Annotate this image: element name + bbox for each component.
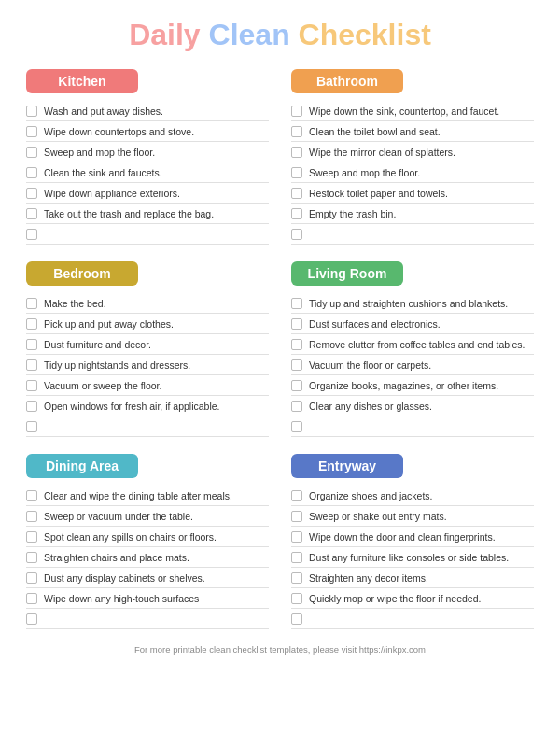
checklist-item[interactable]: Wipe down the door and clean fingerprint…	[291, 527, 534, 547]
checklist-item[interactable]: Clear any dishes or glasses.	[291, 396, 534, 416]
checklist-item[interactable]: Organize shoes and jackets.	[291, 486, 534, 506]
checklist-item[interactable]: Restock toilet paper and towels.	[291, 183, 534, 204]
checkbox-empty[interactable]	[26, 613, 37, 625]
checkbox[interactable]	[291, 339, 302, 350]
checklist-item[interactable]: Dust furniture and decor.	[26, 334, 269, 355]
checklist-item[interactable]: Wipe down countertops and stove.	[26, 121, 269, 142]
checkbox[interactable]	[291, 106, 302, 117]
checkbox[interactable]	[26, 401, 37, 412]
checklist-item[interactable]: Remove clutter from coffee tables and en…	[291, 334, 534, 355]
checklist-item[interactable]: Tidy up and straighten cushions and blan…	[291, 293, 534, 314]
checkbox[interactable]	[291, 511, 302, 522]
checklist-item[interactable]: Wipe down any high-touch surfaces	[26, 588, 269, 609]
checkbox[interactable]	[291, 572, 302, 584]
checkbox[interactable]	[26, 359, 37, 371]
checkbox[interactable]	[26, 167, 37, 178]
section-living-room: Living RoomTidy up and straighten cushio…	[291, 261, 534, 437]
empty-row	[26, 224, 269, 245]
checklist-item[interactable]: Open windows for fresh air, if applicabl…	[26, 396, 269, 416]
checkbox[interactable]	[26, 490, 37, 501]
checkbox[interactable]	[26, 318, 37, 330]
checkbox-empty[interactable]	[26, 421, 37, 432]
checklist-item[interactable]: Wipe down appliance exteriors.	[26, 183, 269, 204]
checklist-item[interactable]: Sweep and mop the floor.	[26, 142, 269, 162]
item-text: Wipe the mirror clean of splatters.	[309, 147, 455, 160]
checklist-item[interactable]: Dust any display cabinets or shelves.	[26, 568, 269, 588]
checkbox-empty[interactable]	[26, 229, 37, 240]
checkbox[interactable]	[291, 593, 302, 604]
checkbox[interactable]	[26, 147, 37, 158]
checkbox[interactable]	[26, 208, 37, 219]
checkbox[interactable]	[291, 490, 302, 501]
section-header-living-room: Living Room	[291, 261, 403, 286]
checkbox[interactable]	[291, 552, 302, 563]
checklist-item[interactable]: Wash and put away dishes.	[26, 101, 269, 121]
checklist-item[interactable]: Vacuum the floor or carpets.	[291, 355, 534, 375]
checklist-item[interactable]: Dust any furniture like consoles or side…	[291, 547, 534, 568]
checkbox-empty[interactable]	[291, 229, 302, 240]
item-text: Straighten any decor items.	[309, 572, 428, 585]
checklist-item[interactable]: Dust surfaces and electronics.	[291, 314, 534, 334]
checklist-item[interactable]: Clean the toilet bowl and seat.	[291, 121, 534, 142]
checkbox[interactable]	[291, 147, 302, 158]
checklist-item[interactable]: Make the bed.	[26, 293, 269, 314]
checkbox[interactable]	[26, 380, 37, 391]
checkbox[interactable]	[26, 552, 37, 563]
checkbox[interactable]	[26, 531, 37, 543]
item-text: Clear any dishes or glasses.	[309, 401, 432, 414]
checklist-item[interactable]: Quickly mop or wipe the floor if needed.	[291, 588, 534, 609]
item-text: Dust any display cabinets or shelves.	[44, 572, 205, 585]
checkbox[interactable]	[291, 208, 302, 219]
section-header-bathroom: Bathroom	[291, 69, 403, 93]
checkbox[interactable]	[291, 167, 302, 178]
checklist-item[interactable]: Vacuum or sweep the floor.	[26, 375, 269, 396]
item-text: Vacuum the floor or carpets.	[309, 359, 431, 373]
checklist-item[interactable]: Organize books, magazines, or other item…	[291, 375, 534, 396]
checklist-item[interactable]: Tidy up nightstands and dressers.	[26, 355, 269, 375]
checkbox[interactable]	[26, 298, 37, 309]
checkbox-empty[interactable]	[291, 421, 302, 432]
checklist-item[interactable]: Wipe the mirror clean of splatters.	[291, 142, 534, 162]
checkbox[interactable]	[26, 188, 37, 199]
item-text: Wipe down the door and clean fingerprint…	[309, 531, 496, 544]
checkbox[interactable]	[26, 593, 37, 604]
checkbox[interactable]	[291, 126, 302, 137]
section-kitchen: KitchenWash and put away dishes.Wipe dow…	[26, 69, 269, 245]
item-text: Sweep and mop the floor.	[309, 167, 420, 180]
item-text: Organize books, magazines, or other item…	[309, 380, 498, 393]
checkbox-empty[interactable]	[291, 613, 302, 625]
checklist-item[interactable]: Sweep or vacuum under the table.	[26, 506, 269, 527]
checkbox[interactable]	[26, 339, 37, 350]
checkbox[interactable]	[291, 531, 302, 543]
checklist-item[interactable]: Pick up and put away clothes.	[26, 314, 269, 334]
checkbox[interactable]	[291, 359, 302, 371]
title-daily: Daily	[129, 18, 200, 51]
item-text: Clean the sink and faucets.	[44, 167, 162, 180]
checklist-item[interactable]: Straighten chairs and place mats.	[26, 547, 269, 568]
checklist-item[interactable]: Spot clean any spills on chairs or floor…	[26, 527, 269, 547]
checklist-item[interactable]: Straighten any decor items.	[291, 568, 534, 588]
item-text: Dust any furniture like consoles or side…	[309, 552, 509, 565]
title-clean: Clean	[209, 18, 290, 51]
checklist-item[interactable]: Sweep or shake out entry mats.	[291, 506, 534, 527]
checkbox[interactable]	[291, 380, 302, 391]
checkbox[interactable]	[291, 298, 302, 309]
item-text: Wash and put away dishes.	[44, 106, 163, 119]
checklist-item[interactable]: Clear and wipe the dining table after me…	[26, 486, 269, 506]
checklist-item[interactable]: Empty the trash bin.	[291, 204, 534, 224]
checkbox[interactable]	[291, 318, 302, 330]
checklist-item[interactable]: Take out the trash and replace the bag.	[26, 204, 269, 224]
checkbox[interactable]	[291, 188, 302, 199]
checklist-item[interactable]: Wipe down the sink, countertop, and fauc…	[291, 101, 534, 121]
item-text: Dust surfaces and electronics.	[309, 318, 441, 331]
item-text: Organize shoes and jackets.	[309, 490, 433, 503]
checkbox[interactable]	[291, 401, 302, 412]
item-text: Empty the trash bin.	[309, 208, 396, 221]
checkbox[interactable]	[26, 126, 37, 137]
footer: For more printable clean checklist templ…	[26, 644, 534, 655]
checkbox[interactable]	[26, 572, 37, 584]
checklist-item[interactable]: Clean the sink and faucets.	[26, 162, 269, 183]
checkbox[interactable]	[26, 511, 37, 522]
checklist-item[interactable]: Sweep and mop the floor.	[291, 162, 534, 183]
checkbox[interactable]	[26, 106, 37, 117]
